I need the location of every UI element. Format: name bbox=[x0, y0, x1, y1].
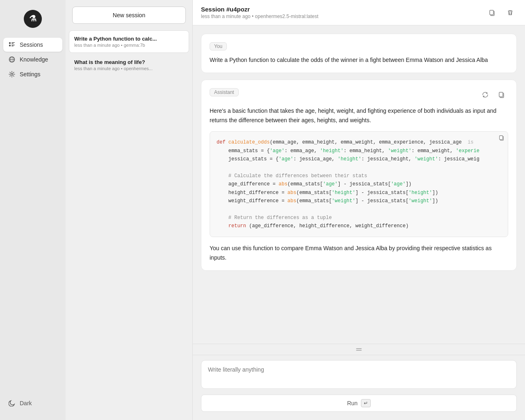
svg-text:⚗: ⚗ bbox=[29, 14, 37, 23]
assistant-header: Assistant bbox=[210, 88, 508, 101]
code-line-8 bbox=[217, 205, 501, 213]
assistant-label: Assistant bbox=[210, 88, 239, 96]
sidebar-knowledge-label: Knowledge bbox=[20, 56, 48, 63]
dark-mode-label: Dark bbox=[20, 400, 32, 406]
run-bar: Run ↵ bbox=[201, 395, 517, 412]
svg-rect-13 bbox=[490, 10, 493, 15]
dark-mode-toggle[interactable]: Dark bbox=[3, 396, 62, 410]
user-message-text: Write a Python function to calculate the… bbox=[210, 55, 508, 64]
session-list: Write a Python function to calc... less … bbox=[66, 30, 192, 76]
delete-session-button[interactable] bbox=[504, 6, 517, 19]
code-line-4: # Calculate the differences between thei… bbox=[217, 172, 501, 180]
chat-input[interactable] bbox=[201, 360, 517, 389]
code-line-9: # Return the differences as a tuple bbox=[217, 214, 501, 222]
logo-icon: ⚗ bbox=[24, 10, 42, 28]
session-meta-1: less than a minute ago • openhermes... bbox=[74, 66, 184, 71]
assistant-outro: You can use this function to compare Emm… bbox=[210, 244, 508, 262]
regenerate-button[interactable] bbox=[479, 88, 492, 101]
new-session-button[interactable]: New session bbox=[72, 7, 186, 24]
session-item-1[interactable]: What is the meaning of life? less than a… bbox=[69, 54, 189, 76]
sidebar-item-sessions[interactable]: Sessions bbox=[3, 38, 62, 52]
sidebar-nav: Sessions Knowledge Settings bbox=[0, 38, 66, 81]
moon-icon bbox=[8, 399, 16, 407]
code-line-10: return (age_difference, height_differenc… bbox=[217, 222, 501, 230]
code-line-6: height_difference = abs(emma_stats['heig… bbox=[217, 189, 501, 197]
run-key-icon: ↵ bbox=[361, 399, 371, 407]
copy-session-button[interactable] bbox=[486, 6, 499, 19]
user-message: You Write a Python function to calculate… bbox=[201, 34, 517, 73]
user-label: You bbox=[210, 42, 227, 50]
code-line-0: def calculate_odds(emma_age, emma_height… bbox=[217, 138, 501, 146]
code-copy-icon[interactable] bbox=[499, 135, 504, 142]
sidebar-bottom: Dark bbox=[0, 396, 66, 413]
chat-header-actions bbox=[486, 6, 517, 19]
chat-messages: You Write a Python function to calculate… bbox=[193, 25, 525, 344]
run-button[interactable]: Run ↵ bbox=[347, 399, 371, 407]
copy-message-button[interactable] bbox=[495, 88, 508, 101]
code-line-5: age_difference = abs(emma_stats['age'] -… bbox=[217, 180, 501, 188]
sidebar-sessions-label: Sessions bbox=[20, 41, 43, 48]
resize-divider[interactable] bbox=[193, 344, 525, 355]
sidebar-item-knowledge[interactable]: Knowledge bbox=[3, 52, 62, 66]
chat-header-info: Session #u4pozr less than a minute ago •… bbox=[201, 6, 318, 19]
main-chat: Session #u4pozr less than a minute ago •… bbox=[193, 0, 525, 420]
sidebar-item-settings[interactable]: Settings bbox=[3, 67, 62, 81]
session-item-0[interactable]: Write a Python function to calc... less … bbox=[69, 30, 189, 53]
knowledge-icon bbox=[8, 56, 16, 63]
session-title-0: Write a Python function to calc... bbox=[74, 36, 184, 42]
sidebar-settings-label: Settings bbox=[20, 71, 41, 78]
session-timestamp: less than a minute ago • openhermes2.5-m… bbox=[201, 14, 318, 19]
code-line-2: jessica_stats = {'age': jessica_age, 'he… bbox=[217, 155, 501, 163]
code-block: def calculate_odds(emma_age, emma_height… bbox=[210, 131, 508, 237]
session-meta-0: less than a minute ago • gemma:7b bbox=[74, 43, 184, 48]
svg-rect-2 bbox=[9, 42, 11, 44]
sidebar: ⚗ Sessions bbox=[0, 0, 66, 420]
code-line-1: emma_stats = {'age': emma_age, 'height':… bbox=[217, 147, 501, 155]
svg-rect-17 bbox=[500, 136, 503, 140]
session-title-1: What is the meaning of life? bbox=[74, 59, 184, 65]
code-line-7: weight_difference = abs(emma_stats['weig… bbox=[217, 197, 501, 205]
chat-header: Session #u4pozr less than a minute ago •… bbox=[193, 0, 525, 25]
run-label: Run bbox=[347, 400, 358, 406]
svg-rect-4 bbox=[11, 43, 14, 44]
svg-rect-15 bbox=[499, 92, 503, 97]
svg-rect-6 bbox=[11, 45, 15, 46]
assistant-message: Assistant bbox=[201, 80, 517, 271]
svg-point-11 bbox=[11, 73, 13, 75]
assistant-actions bbox=[479, 88, 508, 101]
input-area: Run ↵ bbox=[193, 355, 525, 420]
svg-rect-7 bbox=[11, 46, 14, 47]
assistant-intro: Here's a basic function that takes the a… bbox=[210, 106, 508, 125]
code-line-3 bbox=[217, 163, 501, 171]
logo: ⚗ bbox=[0, 7, 66, 38]
svg-rect-3 bbox=[11, 42, 15, 43]
sessions-icon bbox=[8, 41, 16, 48]
session-id: Session #u4pozr bbox=[201, 6, 318, 13]
svg-rect-5 bbox=[9, 45, 11, 46]
settings-icon bbox=[8, 71, 16, 78]
sessions-panel: New session Write a Python function to c… bbox=[66, 0, 193, 420]
